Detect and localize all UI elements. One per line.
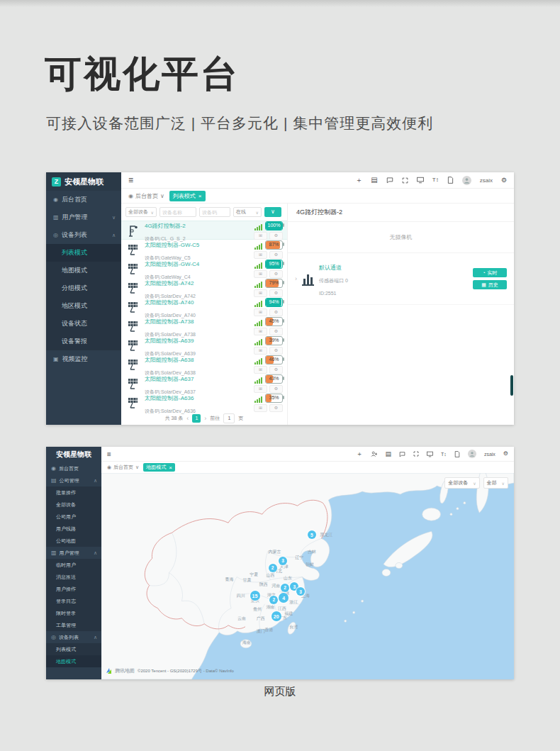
add-icon[interactable]: ＋ bbox=[357, 451, 363, 457]
sidebar-item-user-ops[interactable]: 用户操作 bbox=[46, 583, 101, 595]
device-grid-icon[interactable]: ▤ bbox=[371, 177, 377, 184]
grid-button[interactable]: ⊞ bbox=[254, 308, 267, 316]
sidebar-item-home[interactable]: ◉ 后台首页 bbox=[46, 191, 121, 208]
breadcrumb[interactable]: ◉ 后台首页 ∨ bbox=[128, 192, 164, 200]
gear-button[interactable]: ⚙ bbox=[269, 385, 283, 393]
gear-button[interactable]: ⚙ bbox=[269, 232, 283, 240]
close-icon[interactable]: × bbox=[169, 464, 172, 471]
add-icon[interactable]: ＋ bbox=[355, 177, 362, 184]
sidebar-item-user-mgmt[interactable]: ▥ 用户管理 ∧ bbox=[46, 547, 101, 559]
sidebar-item-timed-login[interactable]: 限时登录 bbox=[46, 607, 101, 619]
document-icon[interactable] bbox=[447, 177, 454, 184]
chat-icon[interactable] bbox=[399, 451, 405, 457]
scrollbar-thumb[interactable] bbox=[510, 375, 513, 396]
sidebar-item-all-devices[interactable]: 全部设备 bbox=[46, 499, 101, 511]
realtime-button[interactable]: ◔实时 bbox=[473, 268, 507, 277]
sidebar-item-company-mgmt[interactable]: ▤ 公司管理 ∧ bbox=[46, 474, 101, 486]
hamburger-icon[interactable]: ≡ bbox=[107, 450, 111, 458]
sidebar-item-user-lines[interactable]: 用户线路 bbox=[46, 523, 101, 535]
channel-link[interactable]: 默认通道 bbox=[319, 265, 342, 271]
search-button[interactable]: ∨ bbox=[264, 207, 281, 217]
username[interactable]: zsaix bbox=[480, 177, 493, 184]
map-cluster-marker[interactable]: 15 bbox=[250, 591, 260, 601]
device-code-input[interactable] bbox=[199, 207, 230, 217]
sidebar-item-device-list[interactable]: ◎ 设备列表 ∧ bbox=[46, 631, 101, 643]
grid-button[interactable]: ⊞ bbox=[254, 328, 267, 335]
prev-page-button[interactable]: ‹ bbox=[186, 415, 189, 422]
avatar[interactable] bbox=[462, 176, 471, 185]
status-select[interactable]: 在线∨ bbox=[233, 207, 262, 217]
gear-button[interactable]: ⚙ bbox=[269, 328, 283, 335]
gear-button[interactable]: ⚙ bbox=[269, 270, 283, 278]
device-grid-icon[interactable]: ▤ bbox=[386, 451, 392, 457]
map-cluster-marker[interactable]: 2 bbox=[269, 564, 277, 572]
sidebar-item-message-push[interactable]: 消息推送 bbox=[46, 571, 101, 583]
grid-button[interactable]: ⊞ bbox=[254, 347, 267, 355]
map-cluster-marker[interactable]: 4 bbox=[279, 593, 289, 603]
sidebar-item-company-users[interactable]: 公司用户 bbox=[46, 511, 101, 523]
goto-page-input[interactable]: 1 bbox=[223, 413, 235, 423]
page-number[interactable]: 1 bbox=[192, 414, 201, 423]
sidebar-item-map-mode[interactable]: 地图模式 bbox=[46, 262, 121, 279]
breadcrumb[interactable]: ◉ 后台首页 ∨ bbox=[107, 464, 139, 471]
user-add-icon[interactable] bbox=[371, 451, 378, 457]
grid-button[interactable]: ⊞ bbox=[254, 232, 267, 240]
sidebar-item-map-mode[interactable]: 地图模式 bbox=[46, 655, 101, 667]
sidebar-item-device-status[interactable]: 设备状态 bbox=[46, 315, 121, 333]
gear-button[interactable]: ⚙ bbox=[269, 404, 283, 412]
grid-button[interactable]: ⊞ bbox=[254, 270, 267, 278]
chevron-right-icon[interactable]: › bbox=[295, 275, 297, 282]
map-all-select[interactable]: 全部∨ bbox=[483, 477, 508, 489]
gear-button[interactable]: ⚙ bbox=[269, 347, 283, 355]
close-icon[interactable]: × bbox=[198, 193, 202, 199]
map-cluster-marker[interactable]: 20 bbox=[271, 611, 281, 621]
sidebar-item-region-mode[interactable]: 地区模式 bbox=[46, 297, 121, 315]
avatar[interactable] bbox=[468, 450, 476, 458]
sidebar-item-temp-users[interactable]: 临时用户 bbox=[46, 559, 101, 571]
sidebar-item-company-map[interactable]: 公司地图 bbox=[46, 535, 101, 547]
map-device-select[interactable]: 全部设备∨ bbox=[444, 477, 479, 489]
hamburger-icon[interactable]: ≡ bbox=[128, 175, 133, 185]
monitor-icon[interactable] bbox=[427, 451, 433, 457]
fullscreen-icon[interactable] bbox=[402, 177, 408, 184]
sidebar-item-login-logs[interactable]: 登录日志 bbox=[46, 595, 101, 607]
grid-button[interactable]: ⊞ bbox=[254, 385, 267, 393]
document-icon[interactable] bbox=[454, 451, 460, 457]
chat-icon[interactable] bbox=[386, 177, 393, 184]
map-cluster-marker[interactable]: 3 bbox=[296, 587, 305, 596]
map-canvas[interactable]: 黑龙江 吉林 辽宁 内蒙古 朝鲜 天津 河北 山西 山东 宁夏 陕西 甘肃 青海… bbox=[101, 473, 514, 679]
grid-button[interactable]: ⊞ bbox=[254, 289, 267, 297]
sidebar-item-batch-ops[interactable]: 批量操作 bbox=[46, 486, 101, 499]
sidebar-item-user-mgmt[interactable]: ▥ 用户管理 ∨ bbox=[46, 208, 121, 226]
sidebar-item-group-mode[interactable]: 分组模式 bbox=[46, 279, 121, 297]
history-button[interactable]: ▦历史 bbox=[473, 280, 507, 289]
gear-button[interactable]: ⚙ bbox=[269, 308, 283, 316]
sidebar-item-device-alarm[interactable]: 设备警报 bbox=[46, 333, 121, 350]
device-name-input[interactable] bbox=[159, 207, 196, 217]
fullscreen-icon[interactable] bbox=[413, 451, 419, 457]
gear-button[interactable]: ⚙ bbox=[269, 366, 283, 374]
sensor-row[interactable]: › 默认通道 传感器端口 0 ID:2551 ◔实时 ▦历史 bbox=[288, 253, 514, 305]
sidebar-item-home[interactable]: ◉ 后台首页 bbox=[46, 462, 101, 474]
sidebar-item-work-orders[interactable]: 工单管理 bbox=[46, 619, 101, 631]
username[interactable]: zsaix bbox=[484, 452, 495, 457]
grid-button[interactable]: ⊞ bbox=[254, 251, 267, 259]
grid-button[interactable]: ⊞ bbox=[254, 366, 267, 374]
gear-icon[interactable]: ⚙ bbox=[501, 177, 507, 184]
device-type-select[interactable]: 全部设备∨ bbox=[125, 207, 157, 217]
sidebar-item-device-list[interactable]: ◎ 设备列表 ∧ bbox=[46, 226, 121, 244]
map-cluster-marker[interactable]: 2 bbox=[269, 596, 278, 604]
font-size-icon[interactable]: T↕ bbox=[441, 452, 447, 457]
monitor-icon[interactable] bbox=[417, 177, 424, 184]
grid-button[interactable]: ⊞ bbox=[254, 404, 267, 412]
gear-button[interactable]: ⚙ bbox=[269, 289, 283, 297]
map-cluster-marker[interactable]: 2 bbox=[281, 584, 289, 592]
map-cluster-marker[interactable]: 3 bbox=[279, 557, 287, 565]
gear-icon[interactable]: ⚙ bbox=[503, 451, 508, 457]
sidebar-item-list-mode[interactable]: 列表模式 bbox=[46, 643, 101, 655]
font-size-icon[interactable]: T↕ bbox=[432, 177, 439, 183]
gear-button[interactable]: ⚙ bbox=[269, 251, 283, 259]
next-page-button[interactable]: › bbox=[204, 415, 206, 422]
sidebar-item-list-mode[interactable]: 列表模式 bbox=[46, 244, 121, 262]
map-cluster-marker[interactable]: 5 bbox=[308, 530, 316, 539]
